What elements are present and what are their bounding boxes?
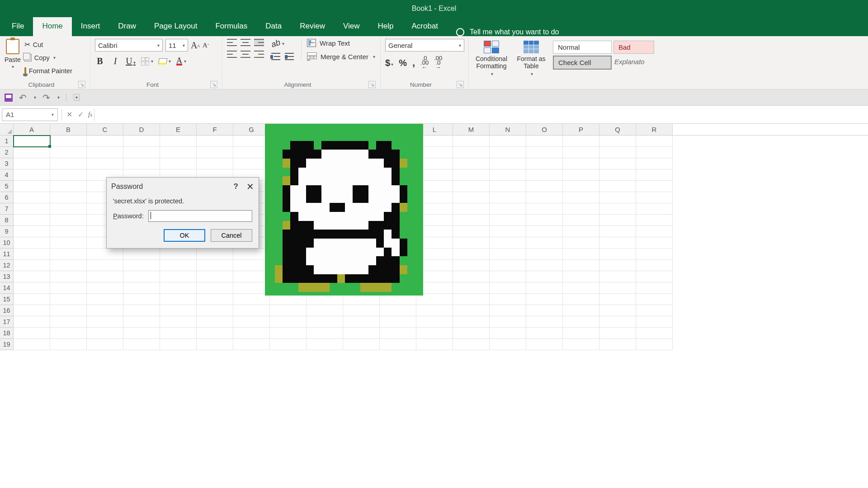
cell[interactable] — [380, 316, 416, 328]
cell[interactable] — [233, 158, 270, 169]
cell[interactable] — [197, 271, 233, 282]
cell[interactable] — [636, 316, 673, 328]
cell[interactable] — [599, 294, 636, 305]
cell[interactable] — [453, 260, 490, 271]
cell[interactable] — [563, 147, 599, 158]
cell[interactable] — [233, 136, 270, 147]
cell[interactable] — [636, 237, 673, 249]
increase-decimal-button[interactable]: .0.00← — [420, 56, 429, 70]
row-header[interactable]: 15 — [0, 294, 14, 305]
cell[interactable] — [453, 305, 490, 316]
align-left-button[interactable] — [227, 51, 237, 58]
insert-function-button[interactable]: fx — [88, 111, 92, 118]
cell[interactable] — [490, 282, 526, 294]
cell[interactable] — [160, 316, 197, 328]
cell[interactable] — [160, 260, 197, 271]
cell[interactable] — [636, 328, 673, 339]
style-normal[interactable]: Normal — [553, 41, 612, 54]
cell[interactable] — [526, 136, 563, 147]
cell[interactable] — [14, 339, 50, 350]
cell[interactable] — [563, 192, 599, 203]
percent-format-button[interactable]: % — [399, 58, 407, 68]
cell[interactable] — [307, 305, 343, 316]
cell[interactable] — [14, 203, 50, 215]
cell[interactable] — [526, 294, 563, 305]
column-header[interactable]: O — [526, 124, 563, 135]
cell[interactable] — [380, 305, 416, 316]
cell[interactable] — [490, 294, 526, 305]
cell[interactable] — [636, 192, 673, 203]
cell[interactable] — [160, 328, 197, 339]
cell[interactable] — [160, 147, 197, 158]
cell[interactable] — [50, 158, 87, 169]
tab-page-layout[interactable]: Page Layout — [145, 17, 206, 36]
redo-button[interactable]: ↷ — [42, 92, 50, 103]
cell[interactable] — [50, 136, 87, 147]
cell[interactable] — [160, 339, 197, 350]
cell[interactable] — [490, 237, 526, 249]
row-header[interactable]: 14 — [0, 282, 14, 294]
cell[interactable] — [87, 158, 123, 169]
row-header[interactable]: 18 — [0, 328, 14, 339]
cell[interactable] — [160, 282, 197, 294]
cell[interactable] — [50, 169, 87, 181]
cell[interactable] — [87, 328, 123, 339]
tab-file[interactable]: File — [3, 17, 33, 36]
clipboard-dialog-launcher[interactable]: ↘ — [78, 81, 85, 88]
cell[interactable] — [599, 169, 636, 181]
tell-me-search[interactable]: Tell me what you want to do — [456, 28, 559, 36]
worksheet-grid[interactable]: ABCDEFGHIJKLMNOPQR 123456789101112131415… — [0, 124, 868, 350]
cell[interactable] — [197, 158, 233, 169]
wrap-text-button[interactable]: Wrap Text — [307, 39, 375, 47]
cell[interactable] — [87, 260, 123, 271]
cell[interactable] — [526, 305, 563, 316]
cell[interactable] — [526, 158, 563, 169]
cell[interactable] — [526, 339, 563, 350]
cell[interactable] — [490, 316, 526, 328]
help-button[interactable]: ? — [234, 182, 238, 191]
cell[interactable] — [123, 249, 160, 260]
cell[interactable] — [636, 203, 673, 215]
cell[interactable] — [123, 158, 160, 169]
orientation-button[interactable]: ab▾ — [271, 39, 294, 48]
cell[interactable] — [50, 203, 87, 215]
row-header[interactable]: 6 — [0, 192, 14, 203]
cell[interactable] — [197, 305, 233, 316]
cell[interactable] — [50, 316, 87, 328]
cell[interactable] — [526, 271, 563, 282]
cell[interactable] — [50, 339, 87, 350]
cell[interactable] — [14, 271, 50, 282]
cell[interactable] — [14, 328, 50, 339]
column-header[interactable]: P — [563, 124, 599, 135]
cell[interactable] — [490, 305, 526, 316]
column-header[interactable]: B — [50, 124, 87, 135]
comma-format-button[interactable]: , — [412, 57, 415, 69]
cell[interactable] — [563, 181, 599, 192]
grow-font-button[interactable]: A^ — [191, 40, 200, 51]
row-header[interactable]: 16 — [0, 305, 14, 316]
column-header[interactable]: A — [14, 124, 50, 135]
cell[interactable] — [233, 305, 270, 316]
cell[interactable] — [123, 339, 160, 350]
row-header[interactable]: 12 — [0, 260, 14, 271]
merge-center-button[interactable]: Merge & Center▾ — [307, 52, 375, 61]
alignment-dialog-launcher[interactable]: ↘ — [368, 81, 376, 88]
cell[interactable] — [453, 147, 490, 158]
cell[interactable] — [87, 282, 123, 294]
cell[interactable] — [416, 316, 453, 328]
enter-formula-button[interactable]: ✓ — [75, 110, 86, 119]
cell[interactable] — [270, 339, 307, 350]
row-header[interactable]: 17 — [0, 316, 14, 328]
cell[interactable] — [526, 237, 563, 249]
cell[interactable] — [563, 271, 599, 282]
cell[interactable] — [563, 294, 599, 305]
cell[interactable] — [599, 181, 636, 192]
formula-input[interactable] — [94, 108, 863, 121]
cell[interactable] — [307, 316, 343, 328]
cell[interactable] — [14, 169, 50, 181]
column-header[interactable]: G — [233, 124, 270, 135]
row-header[interactable]: 10 — [0, 237, 14, 249]
cell[interactable] — [636, 147, 673, 158]
cell[interactable] — [14, 316, 50, 328]
cell[interactable] — [526, 282, 563, 294]
